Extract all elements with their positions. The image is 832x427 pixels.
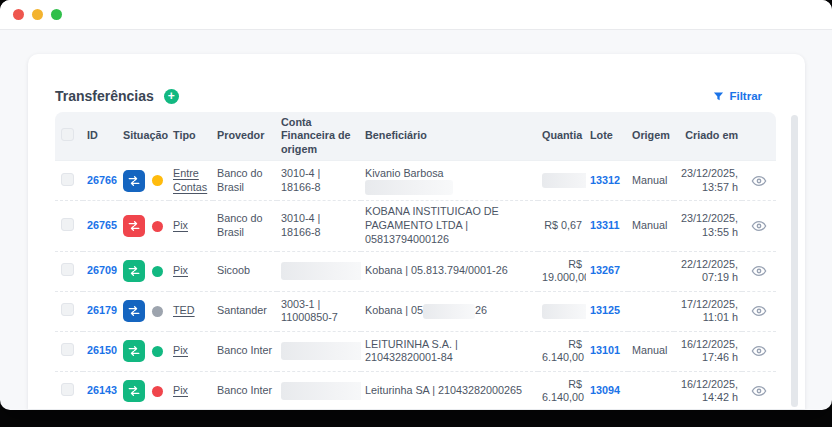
conta-cell bbox=[277, 331, 361, 371]
maximize-button[interactable] bbox=[51, 9, 62, 20]
view-button[interactable] bbox=[751, 383, 767, 399]
provedor-cell: Banco do Brasil bbox=[213, 201, 277, 251]
scrollbar-thumb[interactable] bbox=[791, 115, 798, 407]
table-row: 26709 Pix Sicoob Kobana | 05.813.794/000… bbox=[55, 251, 776, 291]
quantia-cell: R$ 6.140,00 bbox=[538, 331, 586, 371]
transfer-id-link[interactable]: 26143 bbox=[87, 384, 117, 396]
table-header-row: ID Situação Tipo Provedor Conta Financei… bbox=[55, 112, 776, 161]
transfer-arrows-icon bbox=[123, 260, 145, 282]
status-dot bbox=[152, 306, 163, 317]
view-button[interactable] bbox=[751, 263, 767, 279]
table-row: 26765 Pix Banco do Brasil 3010-4 | 18166… bbox=[55, 201, 776, 251]
eye-icon bbox=[751, 343, 767, 359]
tipo-link[interactable]: Pix bbox=[173, 344, 188, 356]
criado-em-cell: 16/12/2025, 14:42 h bbox=[674, 371, 742, 409]
view-button[interactable] bbox=[751, 218, 767, 234]
beneficiario-cell: Kobana | 05.813.794/0001-26 bbox=[361, 251, 538, 291]
provedor-cell: Banco do Brasil bbox=[213, 161, 277, 201]
row-checkbox[interactable] bbox=[61, 173, 74, 186]
row-checkbox[interactable] bbox=[61, 263, 74, 276]
beneficiario-cell: KOBANA INSTITUICAO DE PAGAMENTO LTDA | 0… bbox=[361, 201, 538, 251]
status-dot bbox=[152, 221, 163, 232]
eye-icon bbox=[751, 303, 767, 319]
lote-link[interactable]: 13267 bbox=[590, 264, 620, 276]
column-header-situacao: Situação bbox=[119, 112, 169, 161]
quantia-cell: R$ 19.000,00 bbox=[538, 251, 586, 291]
conta-cell: 3003-1 | 11000850-7 bbox=[277, 291, 361, 331]
column-header-provedor: Provedor bbox=[213, 112, 277, 161]
provedor-cell: Banco Inter bbox=[213, 331, 277, 371]
redacted-text bbox=[281, 382, 361, 400]
close-button[interactable] bbox=[13, 9, 24, 20]
view-button[interactable] bbox=[751, 303, 767, 319]
origem-cell bbox=[628, 251, 674, 291]
column-header-lote: Lote bbox=[586, 112, 628, 161]
view-button[interactable] bbox=[751, 173, 767, 189]
eye-icon bbox=[751, 218, 767, 234]
status-dot bbox=[152, 346, 163, 357]
column-header-actions bbox=[742, 112, 776, 161]
origem-cell bbox=[628, 291, 674, 331]
beneficiario-cell: Leiturinha SA | 21043282000265 bbox=[361, 371, 538, 409]
column-header-id: ID bbox=[83, 112, 119, 161]
column-header-criado-em: Criado em bbox=[674, 112, 742, 161]
tipo-link[interactable]: Entre Contas bbox=[173, 167, 207, 193]
select-all-checkbox[interactable] bbox=[61, 128, 74, 141]
conta-cell bbox=[277, 371, 361, 409]
table-row: 26150 Pix Banco Inter LEITURINHA S.A. | … bbox=[55, 331, 776, 371]
lote-link[interactable]: 13312 bbox=[590, 174, 620, 186]
tipo-link[interactable]: TED bbox=[173, 304, 195, 316]
app-window: Transferências + Filtrar bbox=[0, 0, 832, 410]
beneficiario-cell: Kivanio Barbosa bbox=[361, 161, 538, 201]
lote-link[interactable]: 13094 bbox=[590, 384, 620, 396]
eye-icon bbox=[751, 263, 767, 279]
transfer-id-link[interactable]: 26709 bbox=[87, 264, 117, 276]
provedor-cell: Banco Inter bbox=[213, 371, 277, 409]
transfer-id-link[interactable]: 26766 bbox=[87, 174, 117, 186]
redacted-text bbox=[281, 262, 361, 280]
transfer-id-link[interactable]: 26150 bbox=[87, 344, 117, 356]
origem-cell: Manual bbox=[628, 331, 674, 371]
criado-em-cell: 16/12/2025, 17:46 h bbox=[674, 331, 742, 371]
origem-cell: Manual bbox=[628, 201, 674, 251]
column-header-conta: Conta Financeira de origem bbox=[277, 112, 361, 161]
page-title: Transferências bbox=[55, 88, 154, 104]
column-header-quantia: Quantia bbox=[538, 112, 586, 161]
criado-em-cell: 22/12/2025, 07:19 h bbox=[674, 251, 742, 291]
row-checkbox[interactable] bbox=[61, 218, 74, 231]
lote-link[interactable]: 13101 bbox=[590, 344, 620, 356]
redacted-text bbox=[281, 342, 361, 360]
origem-cell bbox=[628, 371, 674, 409]
transfer-arrows-icon bbox=[123, 300, 145, 322]
conta-cell: 3010-4 | 18166-8 bbox=[277, 161, 361, 201]
transfer-arrows-icon bbox=[123, 340, 145, 362]
status-dot bbox=[152, 175, 163, 186]
redacted-text bbox=[542, 173, 586, 188]
transfers-card: Transferências + Filtrar bbox=[28, 54, 805, 409]
row-checkbox[interactable] bbox=[61, 303, 74, 316]
quantia-cell: R$ 0,67 bbox=[538, 201, 586, 251]
provedor-cell: Santander bbox=[213, 291, 277, 331]
criado-em-cell: 17/12/2025, 11:01 h bbox=[674, 291, 742, 331]
transfer-arrows-icon bbox=[123, 380, 145, 402]
tipo-link[interactable]: Pix bbox=[173, 264, 188, 276]
eye-icon bbox=[751, 173, 767, 189]
lote-link[interactable]: 13125 bbox=[590, 304, 620, 316]
lote-link[interactable]: 13311 bbox=[590, 219, 619, 231]
tipo-link[interactable]: Pix bbox=[173, 219, 188, 231]
add-transfer-button[interactable]: + bbox=[164, 89, 179, 104]
row-checkbox[interactable] bbox=[61, 343, 74, 356]
view-button[interactable] bbox=[751, 343, 767, 359]
row-checkbox[interactable] bbox=[61, 383, 74, 396]
card-header: Transferências + Filtrar bbox=[55, 88, 776, 104]
beneficiario-cell: Kobana | 0526 bbox=[361, 291, 538, 331]
table-body: 26766 Entre Contas Banco do Brasil 3010-… bbox=[55, 161, 776, 409]
transfer-id-link[interactable]: 26179 bbox=[87, 304, 117, 316]
minimize-button[interactable] bbox=[32, 9, 43, 20]
page-content: Transferências + Filtrar bbox=[0, 30, 832, 409]
redacted-text bbox=[542, 304, 586, 319]
tipo-link[interactable]: Pix bbox=[173, 384, 188, 396]
transfer-id-link[interactable]: 26765 bbox=[87, 219, 117, 231]
redacted-text bbox=[423, 304, 475, 319]
filter-button[interactable]: Filtrar bbox=[713, 90, 776, 102]
